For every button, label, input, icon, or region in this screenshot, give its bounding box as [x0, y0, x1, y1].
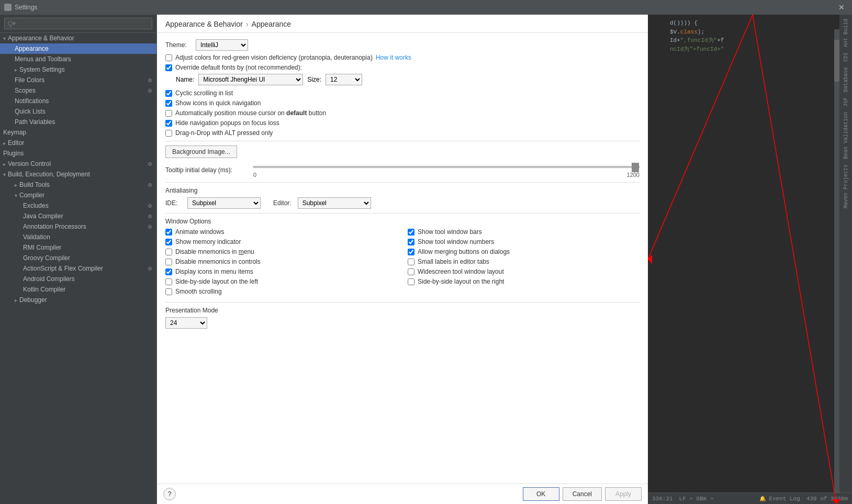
status-bar: 336:21 LF ÷ GBK ÷ 🔔 Event Log 439 of 303… [648, 492, 852, 504]
override-fonts-checkbox[interactable] [165, 64, 172, 71]
database-tab[interactable]: Database [842, 65, 850, 94]
drag-drop-alt-label: Drag-n-Drop with ALT pressed only [175, 129, 273, 137]
ide-antialiasing-select[interactable]: Subpixel [187, 197, 261, 209]
breadcrumb-parent: Appearance & Behavior [165, 20, 243, 28]
adjust-colors-checkbox[interactable] [165, 54, 172, 61]
font-select[interactable]: Microsoft JhengHei UI [198, 74, 303, 85]
hide-nav-popups-checkbox[interactable] [165, 120, 172, 127]
sidebar-item-path-variables[interactable]: Path Variables [0, 117, 156, 127]
dialog-footer: ? OK Cancel Apply [157, 484, 648, 504]
background-image-button[interactable]: Background Image... [165, 145, 237, 158]
java-compiler-icon: ⚙ [148, 214, 152, 219]
main-content: Appearance & Behavior › Appearance Theme… [157, 15, 648, 504]
right-code-panel: Ant Build CDI Database JSF Bean Validati… [648, 15, 852, 504]
cdi-tab[interactable]: CDI [842, 50, 850, 64]
sidebar-item-build-tools[interactable]: Build Tools ⚙ [0, 180, 156, 190]
code-area: d()))) { $V.class); Id+",funcId为"+f [648, 15, 852, 473]
sidebar-item-plugins[interactable]: Plugins [0, 148, 156, 159]
auto-pos-cursor-label: Automatically position mouse cursor on d… [175, 109, 326, 117]
sidebar-item-kotlin-compiler[interactable]: Kotlin Compiler [0, 284, 156, 295]
sidebar-item-notifications[interactable]: Notifications [0, 96, 156, 106]
maven-projects-tab[interactable]: Maven Projects [842, 162, 850, 210]
disable-mnemonics-controls-checkbox[interactable] [165, 259, 172, 265]
editor-label: Editor: [273, 199, 292, 207]
drag-drop-alt-checkbox[interactable] [165, 130, 172, 137]
sidebar-item-excludes[interactable]: Excludes ⚙ [0, 200, 156, 211]
side-by-side-left-checkbox[interactable] [165, 278, 172, 285]
sidebar-item-rmi-compiler[interactable]: RMI Compiler [0, 242, 156, 253]
disable-mnemonics-menu-label: Disable mnemonics in menu [175, 248, 254, 255]
override-fonts-label: Override default fonts by (not recommend… [175, 64, 302, 71]
theme-select[interactable]: IntelliJ [196, 39, 248, 51]
sidebar-item-appearance-behavior[interactable]: Appearance & Behavior [0, 33, 156, 43]
sidebar-item-java-compiler[interactable]: Java Compiler ⚙ [0, 211, 156, 221]
window-options-title: Window Options [165, 218, 640, 225]
sidebar-item-appearance[interactable]: Appearance [0, 43, 156, 54]
size-select[interactable]: 12 [326, 74, 362, 85]
show-tool-window-bars-checkbox[interactable] [408, 229, 414, 236]
sidebar: Appearance & Behavior Appearance Menus a… [0, 15, 157, 504]
expand-arrow [3, 161, 6, 167]
widescreen-layout-checkbox[interactable] [408, 268, 414, 275]
sidebar-item-compiler[interactable]: Compiler [0, 190, 156, 200]
side-by-side-right-checkbox[interactable] [408, 278, 414, 285]
small-labels-editor-checkbox[interactable] [408, 259, 414, 265]
sidebar-item-editor[interactable]: Editor [0, 138, 156, 148]
auto-pos-cursor-checkbox[interactable] [165, 110, 172, 117]
tooltip-label: Tooltip initial delay (ms): [165, 166, 249, 174]
vertical-scrollbar[interactable] [834, 29, 839, 504]
sidebar-item-actionscript-flex[interactable]: ActionScript & Flex Compiler ⚙ [0, 263, 156, 274]
disable-mnemonics-menu-checkbox[interactable] [165, 249, 172, 255]
apply-button[interactable]: Apply [605, 487, 642, 501]
smooth-scrolling-checkbox[interactable] [165, 288, 172, 295]
tooltip-slider[interactable] [253, 162, 640, 172]
ant-build-tab[interactable]: Ant Build [842, 17, 850, 49]
sidebar-item-build-execution-deployment[interactable]: Build, Execution, Deployment [0, 169, 156, 180]
side-by-side-left-label: Side-by-side layout on the left [175, 278, 258, 285]
bean-validation-tab[interactable]: Bean Validation [842, 110, 850, 161]
presentation-mode-select[interactable]: 24 [165, 317, 207, 329]
tooltip-min: 0 [253, 172, 256, 178]
sidebar-item-file-colors[interactable]: File Colors ⚙ [0, 75, 156, 85]
actionscript-icon: ⚙ [148, 266, 152, 272]
breadcrumb-child: Appearance [252, 20, 292, 28]
title-bar: Settings ✕ [0, 0, 852, 15]
show-memory-checkbox[interactable] [165, 239, 172, 245]
how-it-works-link[interactable]: How it works [376, 54, 411, 61]
side-by-side-right-label: Side-by-side layout on the right [418, 278, 504, 285]
sidebar-item-keymap[interactable]: Keymap [0, 127, 156, 138]
ok-button[interactable]: OK [523, 487, 559, 501]
help-button[interactable]: ? [163, 488, 176, 500]
show-icons-nav-checkbox[interactable] [165, 100, 172, 107]
search-input[interactable] [4, 18, 152, 29]
scrollbar-thumb[interactable] [834, 40, 839, 82]
editor-antialiasing-select[interactable]: Subpixel [298, 197, 371, 209]
allow-merging-buttons-checkbox[interactable] [408, 249, 414, 255]
scopes-icon: ⚙ [148, 88, 152, 94]
sidebar-item-quick-lists[interactable]: Quick Lists [0, 106, 156, 117]
close-button[interactable]: ✕ [835, 2, 848, 13]
code-line: d()))) { [650, 19, 833, 28]
sidebar-item-debugger[interactable]: Debugger [0, 295, 156, 305]
sidebar-item-validation[interactable]: Validation [0, 232, 156, 242]
expand-arrow [15, 182, 17, 188]
event-log[interactable]: 🔔 Event Log [759, 496, 800, 502]
sidebar-item-annotation-processors[interactable]: Annotation Processors ⚙ [0, 221, 156, 232]
line-count: 439 of 3038m [806, 496, 848, 502]
font-size-label: Size: [307, 76, 321, 83]
sidebar-item-android-compilers[interactable]: Android Compilers [0, 274, 156, 284]
sidebar-item-menus-toolbars[interactable]: Menus and Toolbars [0, 54, 156, 64]
font-name-label: Name: [176, 76, 194, 83]
sidebar-item-version-control[interactable]: Version Control ⚙ [0, 159, 156, 169]
display-icons-menu-checkbox[interactable] [165, 268, 172, 275]
expand-arrow [15, 193, 17, 198]
sidebar-item-groovy-compiler[interactable]: Groovy Compiler [0, 253, 156, 263]
cyclic-scrolling-checkbox[interactable] [165, 90, 172, 97]
animate-windows-checkbox[interactable] [165, 229, 172, 236]
version-control-icon: ⚙ [148, 161, 152, 167]
cancel-button[interactable]: Cancel [563, 487, 602, 501]
jsf-tab[interactable]: JSF [842, 95, 850, 109]
sidebar-item-scopes[interactable]: Scopes ⚙ [0, 85, 156, 96]
sidebar-item-system-settings[interactable]: System Settings [0, 64, 156, 75]
show-tool-window-numbers-checkbox[interactable] [408, 239, 414, 245]
